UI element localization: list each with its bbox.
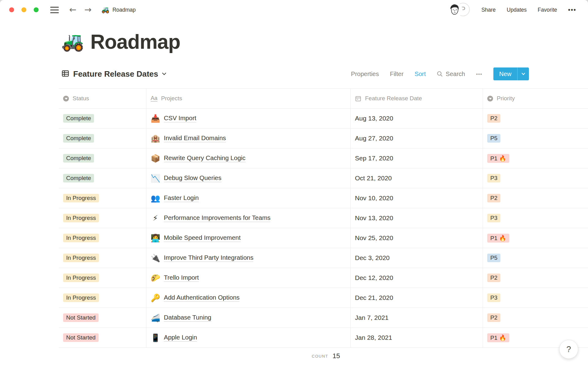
date-cell[interactable]: Nov 25, 2020: [351, 228, 483, 248]
priority-cell[interactable]: P3: [483, 208, 588, 228]
collaborator-avatars[interactable]: P: [447, 2, 470, 17]
project-link[interactable]: 🏨 Invalid Email Domains: [151, 134, 226, 143]
date-cell[interactable]: Dec 3, 2020: [351, 248, 483, 268]
project-link[interactable]: 👥 Faster Login: [151, 194, 199, 203]
share-button[interactable]: Share: [481, 7, 496, 13]
status-cell[interactable]: In Progress: [59, 208, 146, 228]
project-cell[interactable]: 📥 CSV Import: [146, 109, 351, 128]
forward-arrow-icon[interactable]: →: [84, 6, 91, 14]
project-link[interactable]: 📉 Debug Slow Queries: [151, 174, 221, 183]
project-cell[interactable]: 📱 Apple Login: [146, 328, 351, 347]
breadcrumb[interactable]: 🚜 Roadmap: [101, 6, 136, 13]
project-link[interactable]: 📦 Rewrite Query Caching Logic: [151, 154, 246, 163]
project-cell[interactable]: 👩‍💻 Mobile Speed Improvement: [146, 228, 351, 248]
project-cell[interactable]: 📉 Debug Slow Queries: [146, 168, 351, 188]
priority-cell[interactable]: P3: [483, 168, 588, 188]
project-title: Improve Third Party Integrations: [164, 254, 253, 262]
project-cell[interactable]: 👥 Faster Login: [146, 188, 351, 208]
project-link[interactable]: 🌮 Trello Import: [151, 274, 199, 282]
project-cell[interactable]: 📦 Rewrite Query Caching Logic: [146, 148, 351, 168]
date-cell[interactable]: Jan 7, 2021: [351, 308, 483, 328]
date-cell[interactable]: Oct 21, 2020: [351, 168, 483, 188]
project-link[interactable]: 🔑 Add Authentication Options: [151, 293, 239, 302]
updates-button[interactable]: Updates: [507, 7, 527, 13]
window-topbar: ← → 🚜 Roadmap P: [0, 0, 588, 20]
project-link[interactable]: ⚡ Performance Improvements for Teams: [151, 214, 270, 223]
status-cell[interactable]: In Progress: [59, 248, 146, 268]
project-link[interactable]: 🚄 Database Tuning: [151, 313, 211, 322]
priority-badge: P5: [487, 134, 500, 143]
toolbar-more-icon[interactable]: •••: [476, 71, 482, 77]
project-link[interactable]: 📱 Apple Login: [151, 333, 197, 342]
priority-cell[interactable]: P3: [483, 288, 588, 308]
search-button[interactable]: Search: [437, 71, 465, 78]
date-cell[interactable]: Dec 21, 2020: [351, 288, 483, 308]
project-cell[interactable]: 🔌 Improve Third Party Integrations: [146, 248, 351, 268]
priority-cell[interactable]: P5: [483, 248, 588, 268]
new-dropdown-button[interactable]: [518, 67, 529, 80]
status-cell[interactable]: Complete: [59, 148, 146, 168]
status-cell[interactable]: Complete: [59, 109, 146, 128]
priority-cell[interactable]: P2: [483, 109, 588, 128]
priority-cell[interactable]: P1 🔥: [483, 228, 588, 248]
sort-button[interactable]: Sort: [415, 71, 426, 78]
back-arrow-icon[interactable]: ←: [69, 6, 76, 14]
column-header-projects[interactable]: Aa Projects: [146, 89, 351, 108]
priority-cell[interactable]: P2: [483, 308, 588, 328]
date-cell[interactable]: Nov 10, 2020: [351, 188, 483, 208]
sidebar-menu-icon[interactable]: [50, 7, 59, 13]
project-cell[interactable]: 🌮 Trello Import: [146, 268, 351, 288]
status-badge: In Progress: [63, 194, 99, 202]
favorite-button[interactable]: Favorite: [538, 7, 557, 13]
help-button[interactable]: ?: [559, 340, 578, 359]
column-header-date[interactable]: Feature Release Date: [351, 89, 483, 108]
status-cell[interactable]: Not Started: [59, 308, 146, 328]
properties-button[interactable]: Properties: [351, 71, 379, 78]
roadmap-table: Status Aa Projects Feature Release Date …: [59, 88, 588, 364]
priority-cell[interactable]: P2: [483, 188, 588, 208]
project-cell[interactable]: 🚄 Database Tuning: [146, 308, 351, 328]
priority-cell[interactable]: P1 🔥: [483, 148, 588, 168]
new-button[interactable]: New: [493, 67, 517, 80]
project-link[interactable]: 👩‍💻 Mobile Speed Improvement: [151, 234, 241, 243]
column-label: Projects: [161, 95, 182, 102]
topbar-actions: P Share Updates Favorite •••: [447, 2, 576, 17]
priority-badge: P2: [487, 274, 500, 282]
zoom-window-button[interactable]: [34, 7, 39, 12]
date-cell[interactable]: Jan 28, 2021: [351, 328, 483, 347]
filter-button[interactable]: Filter: [390, 71, 403, 78]
date-cell[interactable]: Sep 17, 2020: [351, 148, 483, 168]
project-cell[interactable]: 🏨 Invalid Email Domains: [146, 128, 351, 148]
date-cell[interactable]: Aug 27, 2020: [351, 128, 483, 148]
status-cell[interactable]: In Progress: [59, 228, 146, 248]
column-header-priority[interactable]: Priority: [483, 89, 588, 108]
table-row: In Progress 👥 Faster Login Nov 10, 2020 …: [59, 188, 588, 208]
priority-cell[interactable]: P5: [483, 128, 588, 148]
close-window-button[interactable]: [9, 7, 14, 12]
project-cell[interactable]: 🔑 Add Authentication Options: [146, 288, 351, 308]
table-body: Complete 📥 CSV Import Aug 13, 2020 P2 Co…: [59, 109, 588, 348]
count-label[interactable]: COUNT: [312, 354, 328, 358]
more-options-icon[interactable]: •••: [568, 6, 576, 13]
project-link[interactable]: 📥 CSV Import: [151, 114, 196, 123]
date-cell[interactable]: Nov 13, 2020: [351, 208, 483, 228]
status-cell[interactable]: In Progress: [59, 268, 146, 288]
page-emoji[interactable]: 🚜: [61, 33, 84, 51]
view-selector[interactable]: Feature Release Dates: [61, 69, 167, 79]
project-link[interactable]: 🔌 Improve Third Party Integrations: [151, 254, 253, 263]
page-title-text[interactable]: Roadmap: [90, 30, 180, 53]
status-cell[interactable]: In Progress: [59, 288, 146, 308]
minimize-window-button[interactable]: [21, 7, 26, 12]
status-cell[interactable]: In Progress: [59, 188, 146, 208]
project-title: CSV Import: [164, 114, 196, 122]
date-cell[interactable]: Aug 13, 2020: [351, 109, 483, 128]
status-cell[interactable]: Complete: [59, 168, 146, 188]
status-cell[interactable]: Complete: [59, 128, 146, 148]
column-header-status[interactable]: Status: [59, 89, 146, 108]
select-property-icon: [63, 96, 69, 102]
project-cell[interactable]: ⚡ Performance Improvements for Teams: [146, 208, 351, 228]
priority-badge: P1 🔥: [487, 333, 509, 342]
priority-cell[interactable]: P2: [483, 268, 588, 288]
date-cell[interactable]: Dec 12, 2020: [351, 268, 483, 288]
status-cell[interactable]: Not Started: [59, 328, 146, 347]
